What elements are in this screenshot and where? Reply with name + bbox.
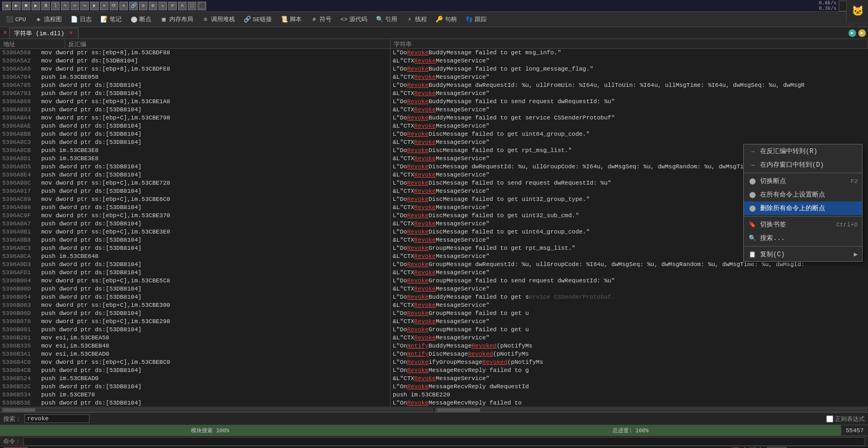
string-item[interactable]: &L"CTXRevokeMessageService" [391, 318, 868, 326]
disasm-line[interactable]: 5396B081push dword ptr ds:[53DB8104] [0, 326, 390, 334]
disasm-line[interactable]: 5396B4CBpush dword ptr ds:[53DB8104] [0, 367, 390, 375]
disasm-line[interactable]: 5396A0C3push dword ptr ds:[53DB8104] [0, 244, 390, 253]
disasm-line[interactable]: 5396B054push dword ptr ds:[53DB8104] [0, 293, 390, 301]
disasm-line[interactable]: 5396A5A5mov dword ptr ss:[ebp+8],im.53CB… [0, 65, 390, 73]
ctx-goto-disasm[interactable]: → 在反汇编中转到(R) [744, 144, 862, 158]
tb-plug[interactable]: ⬛ [197, 2, 206, 10]
string-item[interactable]: L"OnRevokeifyGroupMessageRevoked(pNotify… [391, 358, 868, 367]
string-item[interactable]: &L"CTXRevokeMessageService" [391, 301, 868, 310]
disasm-line[interactable]: 5396B52Cpush dword ptr ds:[53DB8104] [0, 383, 390, 391]
disasm-line[interactable]: 5396A698push dword ptr ds:[53DB8104] [0, 204, 390, 212]
disasm-line[interactable]: 5396A0B8push dword ptr ds:[53DB8104] [0, 236, 390, 244]
disasm-line[interactable]: 5396A764push im.53CBE058 [0, 73, 390, 81]
horizontal-scrollbar[interactable] [0, 407, 868, 412]
string-item[interactable]: &L"CTXRevokeMessageService" [391, 57, 868, 65]
disasm-line[interactable]: 5396A0D3push dword ptr ds:[53DB8104] [0, 261, 390, 269]
disasm-line[interactable]: 5396A8A4mov dword ptr ss:[ebp+C],im.53CB… [0, 114, 390, 122]
trace-button[interactable]: 👣 跟踪 [462, 14, 490, 25]
ctx-goto-memory[interactable]: → 在内存窗口中转到(D) [744, 158, 862, 172]
disasm-line[interactable]: 5396A868mov dword ptr ss:[ebp+8],im.53CB… [0, 98, 390, 106]
tb-hash[interactable]: # [168, 2, 177, 10]
disasm-line[interactable]: 5396B063mov dword ptr ss:[ebp+C],im.53CB… [0, 301, 390, 310]
flowchart-button[interactable]: ◈ 流程图 [31, 14, 66, 25]
disasm-line[interactable]: 5396A8C3push dword ptr ds:[53DB8104] [0, 138, 390, 147]
tb-pause[interactable]: ⏸ [41, 2, 50, 10]
disasm-line[interactable]: 5396A5A2mov dword ptr ds:[53DB8104] [0, 57, 390, 65]
disasm-line[interactable]: 5396B00Dpush dword ptr ds:[53DB8104] [0, 285, 390, 293]
tb-stop[interactable]: ■ [22, 2, 30, 10]
string-item[interactable]: L"DoRevokeBuddyMessage failed to get msg… [391, 49, 868, 57]
string-item[interactable]: &L"CTXRevokeMessageService" [391, 90, 868, 98]
disasm-line[interactable]: 5396A785push dword ptr ds:[53DB8104] [0, 81, 390, 90]
string-item[interactable]: &L"CTXRevokeMessageService" [391, 285, 868, 293]
close-btn-tab1[interactable]: × [68, 30, 74, 36]
string-item[interactable]: L"DoRevokeGroupMessage failed to get u [391, 326, 868, 334]
stack-button[interactable]: ≡ 调用堆栈 [198, 14, 239, 25]
tb-forward[interactable]: ▶ [12, 2, 21, 10]
disasm-line[interactable]: 5396A8E4push dword ptr ds:[53DB8104] [0, 171, 390, 179]
handle-button[interactable]: 🔑 句柄 [432, 14, 461, 25]
string-item[interactable]: L"DoRevokeBuddyMessage failed to get lon… [391, 65, 868, 73]
breakpoints-button[interactable]: ⬤ 断点 [126, 14, 155, 25]
script-button[interactable]: 📜 脚本 [277, 14, 305, 25]
tb-back[interactable]: ◀ [2, 2, 11, 10]
tab-strings[interactable]: 字符串 (im.dll) × [9, 28, 78, 39]
string-item[interactable]: &L"CTXRevokeMessageService" [391, 375, 868, 383]
tb-mem[interactable]: □ [188, 2, 196, 10]
disasm-line[interactable]: 5396B3A1mov esi,im.53CBEAD0 [0, 350, 390, 358]
disasm-line[interactable]: 5396B201mov esi,im.53CBEA58 [0, 334, 390, 342]
regex-checkbox[interactable]: 正则表达式 [826, 415, 865, 423]
disasm-line[interactable]: 5396B004mov dword ptr ss:[ebp+C],im.53CB… [0, 277, 390, 285]
regex-check[interactable] [826, 415, 833, 422]
disasm-line[interactable]: 5396A8D5push dword ptr ds:[53DB8104] [0, 163, 390, 171]
disasm-line[interactable]: 5396B076mov dword ptr ss:[ebp+C],im.53CB… [0, 318, 390, 326]
thread-button[interactable]: ⚡ 线程 [402, 14, 431, 25]
tb-step2[interactable]: ↷ [61, 2, 69, 10]
string-item[interactable]: L"DoRevokeGroupMessage failed to send re… [391, 277, 868, 285]
disasm-line[interactable]: 5396A917push dword ptr ds:[53DB8104] [0, 187, 390, 195]
tb-anim[interactable]: ⏵ [90, 2, 99, 10]
disasm-line[interactable]: 5396A793push dword ptr ds:[53DB8104] [0, 90, 390, 98]
disasm-line[interactable]: 5396B4C0mov dword ptr ss:[ebp+C],im.53CB… [0, 358, 390, 367]
string-item[interactable]: L"OnNotifyBuddyMessageRevoked(pNotifyMs [391, 342, 868, 350]
disasm-line[interactable]: 5396A568mov dword ptr ss:[ebp+8],im.53CB… [0, 49, 390, 57]
disasm-line[interactable]: 5396B53Epush dword ptr ds:[53DB8104] [0, 399, 390, 407]
ctx-copy[interactable]: 📋 复制(C) ▶ [744, 248, 862, 261]
disasm-line[interactable]: 5396B534push im.53CBE78 [0, 391, 390, 399]
string-item[interactable]: &L"CTXRevokeMessageService" [391, 122, 868, 130]
notes-button[interactable]: 📝 笔记 [97, 14, 125, 25]
log-button[interactable]: 📄 日志 [67, 14, 95, 25]
disasm-line[interactable]: 5396AC89mov dword ptr ss:[ebp+C],im.53CB… [0, 195, 390, 204]
tb-attach[interactable]: 🔗 [129, 2, 138, 10]
memory-button[interactable]: ▦ 内存布局 [156, 14, 197, 25]
cpu-button[interactable]: ⬛ CPU [2, 14, 30, 25]
string-item[interactable]: L"OnRevokeMessageRecvReply failed to g [391, 367, 868, 375]
tb-step4[interactable]: ↪ [80, 2, 89, 10]
tb-close[interactable]: ✕ [119, 2, 128, 10]
tb-step3[interactable]: ↩ [71, 2, 79, 10]
disasm-line[interactable]: 5396A0A7push dword ptr ds:[53DB8104] [0, 220, 390, 228]
disasm-line[interactable]: 5396B524push im.53CBEAD0 [0, 375, 390, 383]
tb-step[interactable]: ⤵ [51, 2, 60, 10]
string-item[interactable]: L"DoRevokeGroupMessage dwRequestId: %u, … [391, 261, 868, 269]
tb-options[interactable]: ⚙ [149, 2, 157, 10]
command-input[interactable] [23, 437, 865, 446]
tb-detach[interactable]: ⊘ [139, 2, 148, 10]
disasm-line[interactable]: 5396B06Dpush dword ptr ds:[53DB8104] [0, 310, 390, 318]
source-button[interactable]: <> 源代码 [336, 14, 371, 25]
search-input[interactable] [24, 414, 90, 423]
string-item[interactable]: L"DoRevokeBuddyMessage failed to get ser… [391, 114, 868, 122]
ctx-del-all-bp[interactable]: ⬤ 删除所有命令上的断点 [744, 201, 862, 215]
disasm-line[interactable]: 5396A90Cmov dword ptr ss:[ebp+C],im.53CB… [0, 179, 390, 187]
tb-run[interactable]: » [100, 2, 108, 10]
disasm-line[interactable]: 5396AC9Fmov dword ptr ss:[ebp+C],im.53CB… [0, 212, 390, 220]
tb-case[interactable]: A [178, 2, 187, 10]
close-btn-1[interactable]: × [2, 29, 8, 37]
reference-button[interactable]: 🔍 引用 [372, 14, 401, 25]
ctx-toggle-bookmark[interactable]: 🔖 切换书签 Ctrl+D [744, 218, 862, 231]
ctx-toggle-bp[interactable]: ⬤ 切换断点 F2 [744, 174, 862, 188]
disasm-line[interactable]: 5396A0B1mov dword ptr ss:[ebp+C],im.53CB… [0, 228, 390, 236]
string-item[interactable]: L"DoRevokeGroupMessage failed to get u [391, 310, 868, 318]
symbol-button[interactable]: # 符号 [307, 14, 335, 25]
string-item[interactable]: &L"CTXRevokeMessageService" [391, 106, 868, 114]
